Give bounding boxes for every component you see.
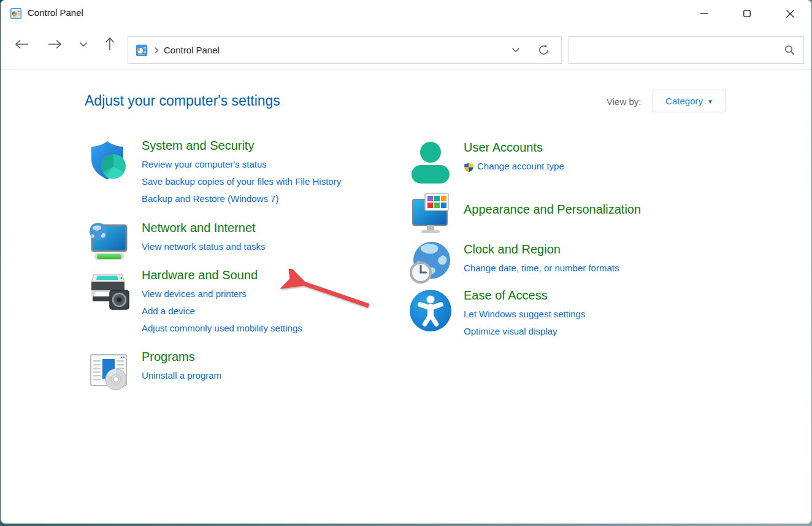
search-box <box>569 36 804 64</box>
search-input[interactable] <box>575 37 778 63</box>
maximize-icon <box>743 10 751 17</box>
forward-icon <box>47 39 62 49</box>
security-shield-icon <box>86 139 131 183</box>
category-title[interactable]: User Accounts <box>464 141 564 155</box>
up-button[interactable] <box>98 32 122 56</box>
link-file-history[interactable]: Save backup copies of your files with Fi… <box>142 173 341 190</box>
category-title[interactable]: Network and Internet <box>142 221 266 235</box>
minimize-icon <box>700 10 708 17</box>
category-title[interactable]: Programs <box>142 350 221 364</box>
accessibility-icon <box>408 288 453 333</box>
back-icon <box>15 39 29 49</box>
caret-down-icon: ▼ <box>707 98 713 105</box>
close-icon <box>786 10 794 18</box>
address-dropdown-button[interactable] <box>502 37 529 63</box>
link-change-date-time[interactable]: Change date, time, or number formats <box>464 260 619 277</box>
breadcrumb-chevron-icon[interactable] <box>154 47 159 54</box>
link-optimize-display[interactable]: Optimize visual display <box>464 323 557 340</box>
link-change-account-type[interactable]: Change account type <box>477 158 564 175</box>
breadcrumb[interactable]: Control Panel <box>164 45 220 55</box>
view-by-value: Category <box>665 96 703 106</box>
title-bar: Control Panel <box>1 0 811 27</box>
globe-clock-icon <box>408 241 453 285</box>
chevron-down-icon <box>79 42 88 47</box>
category-appearance-personalization: Appearance and Personalization <box>408 193 641 237</box>
user-icon <box>408 139 453 184</box>
maximize-button[interactable] <box>733 0 761 27</box>
link-add-device[interactable]: Add a device <box>142 303 195 320</box>
category-title[interactable]: Hardware and Sound <box>142 268 302 282</box>
network-monitor-icon <box>86 221 131 265</box>
category-clock-and-region: Clock and Region Change date, time, or n… <box>408 241 619 285</box>
category-network-and-internet: Network and Internet View network status… <box>86 221 266 265</box>
category-title[interactable]: Appearance and Personalization <box>464 203 641 217</box>
link-devices-printers[interactable]: View devices and printers <box>142 285 247 303</box>
category-user-accounts: User Accounts Change account type <box>408 139 564 184</box>
control-panel-window: Control Panel <box>1 0 811 524</box>
appearance-monitor-icon <box>408 193 453 237</box>
recent-locations-button[interactable] <box>71 32 96 56</box>
navigation-bar: Control Panel <box>1 27 811 70</box>
minimize-button[interactable] <box>690 0 718 27</box>
category-title[interactable]: Ease of Access <box>464 288 585 303</box>
link-uninstall-program[interactable]: Uninstall a program <box>142 367 221 384</box>
address-bar[interactable]: Control Panel <box>128 36 562 64</box>
back-button[interactable] <box>10 32 34 56</box>
refresh-button[interactable] <box>530 37 556 63</box>
view-by-dropdown[interactable]: Category ▼ <box>653 90 726 112</box>
link-mobility-settings[interactable]: Adjust commonly used mobility settings <box>142 320 302 337</box>
up-icon <box>105 37 115 52</box>
page-title: Adjust your computer's settings <box>85 93 280 109</box>
forward-button[interactable] <box>42 32 67 56</box>
link-backup-restore[interactable]: Backup and Restore (Windows 7) <box>142 190 278 207</box>
view-by-label: View by: <box>607 96 641 107</box>
refresh-icon <box>538 44 550 56</box>
program-window-disc-icon <box>86 350 131 394</box>
control-panel-icon <box>10 8 21 19</box>
category-hardware-and-sound: Hardware and Sound View devices and prin… <box>86 268 302 337</box>
breadcrumb-control-panel-icon <box>136 44 148 56</box>
category-title[interactable]: Clock and Region <box>464 242 619 257</box>
content-area: Adjust your computer's settings View by:… <box>1 71 811 524</box>
search-icon[interactable] <box>784 45 795 55</box>
link-network-status[interactable]: View network status and tasks <box>142 238 266 255</box>
category-system-and-security: System and Security Review your computer… <box>86 139 341 207</box>
window-title: Control Panel <box>28 7 83 18</box>
category-programs: Programs Uninstall a program <box>86 350 221 394</box>
printer-speaker-icon <box>86 268 131 312</box>
uac-shield-icon <box>464 162 474 172</box>
close-button[interactable] <box>776 0 804 27</box>
chevron-down-icon <box>511 47 520 53</box>
category-title[interactable]: System and Security <box>142 139 341 153</box>
category-ease-of-access: Ease of Access Let Windows suggest setti… <box>408 288 585 340</box>
link-review-status[interactable]: Review your computer's status <box>142 156 267 173</box>
link-suggest-settings[interactable]: Let Windows suggest settings <box>464 306 585 323</box>
